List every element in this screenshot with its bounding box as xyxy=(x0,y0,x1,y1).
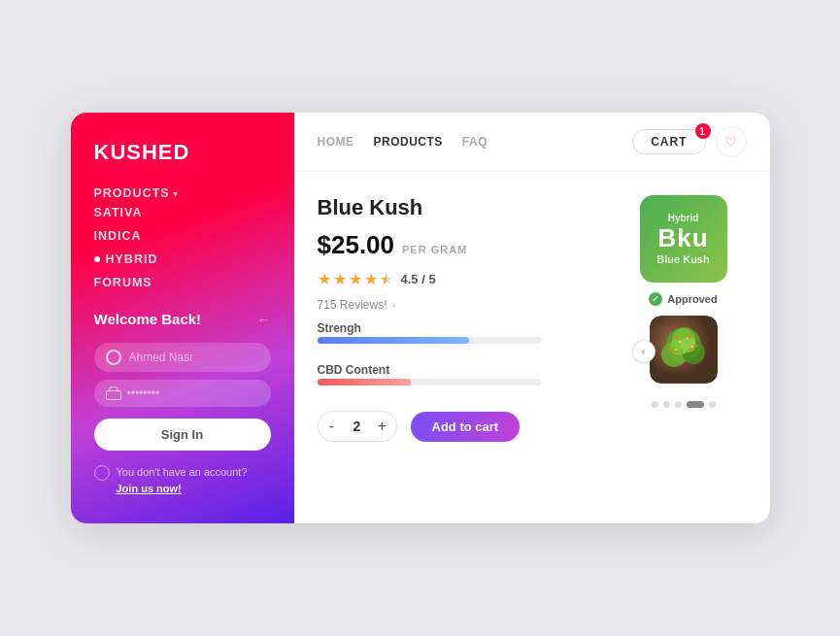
back-arrow-icon: ← xyxy=(257,312,271,327)
product-image xyxy=(650,316,718,384)
lock-icon xyxy=(106,386,119,400)
nav-faq[interactable]: FAQ xyxy=(462,135,487,149)
product-tag: Hybrid Bku Blue Kush xyxy=(640,195,727,283)
product-price-unit: PER GRAM xyxy=(402,244,467,255)
sidebar-item-products[interactable]: PRODUCTS ▾ xyxy=(94,186,271,200)
cbd-fill xyxy=(318,379,412,385)
nav-products[interactable]: PRODUCTS xyxy=(374,135,443,149)
stars: ★ ★ ★ ★ ★★ xyxy=(318,270,393,288)
signup-text: You don't have an account? Join us now! xyxy=(117,464,248,496)
qty-increase-button[interactable]: + xyxy=(369,412,396,441)
pagination-dots xyxy=(652,401,716,408)
dot-4[interactable] xyxy=(687,401,704,408)
main-content: HOME PRODUCTS FAQ CART 1 ♡ Blue Kush $25… xyxy=(294,113,770,523)
cart-button[interactable]: CART 1 xyxy=(632,129,705,154)
svg-point-13 xyxy=(690,346,692,348)
sidebar-item-sativa[interactable]: SATIVA xyxy=(94,202,271,223)
cbd-bar xyxy=(318,379,541,385)
rating-row: ★ ★ ★ ★ ★★ 4.5 / 5 xyxy=(318,270,621,288)
star-2: ★ xyxy=(333,270,347,288)
cbd-section: CBD Content xyxy=(318,363,621,395)
product-image-side: Hybrid Bku Blue Kush ✓ Approved ‹ xyxy=(621,195,747,504)
dot-5[interactable] xyxy=(709,401,716,408)
username-input[interactable] xyxy=(129,351,259,364)
tag-abbr: Bku xyxy=(657,223,708,253)
approved-label: Approved xyxy=(667,293,717,305)
svg-point-15 xyxy=(684,351,686,353)
svg-point-12 xyxy=(686,338,688,340)
star-3: ★ xyxy=(349,270,362,288)
sidebar-item-indica[interactable]: INDICA xyxy=(94,225,271,247)
quantity-control: - 2 + xyxy=(318,411,397,442)
approved-badge: ✓ Approved xyxy=(649,292,717,306)
product-info: Blue Kush $25.00 PER GRAM ★ ★ ★ ★ ★★ xyxy=(318,195,621,504)
product-area: Blue Kush $25.00 PER GRAM ★ ★ ★ ★ ★★ xyxy=(294,172,770,523)
main-header: HOME PRODUCTS FAQ CART 1 ♡ xyxy=(294,113,770,172)
cart-section: CART 1 ♡ xyxy=(632,126,746,157)
signup-icon xyxy=(94,465,110,481)
star-5: ★★ xyxy=(380,270,393,288)
reviews-count: 715 Reviews! xyxy=(318,298,387,312)
add-to-cart-button[interactable]: Add to cart xyxy=(411,412,521,442)
qty-cart-row: - 2 + Add to cart xyxy=(318,411,621,442)
star-1: ★ xyxy=(318,270,331,288)
tag-name: Blue Kush xyxy=(656,253,709,265)
user-icon xyxy=(106,350,121,365)
strength-fill xyxy=(318,337,469,344)
chevron-down-icon: ▾ xyxy=(173,188,178,199)
dot-3[interactable] xyxy=(675,401,682,408)
product-name: Blue Kush xyxy=(318,195,621,220)
qty-decrease-button[interactable]: - xyxy=(319,412,346,441)
product-price: $25.00 xyxy=(318,230,395,260)
password-input-wrapper xyxy=(94,380,271,407)
wishlist-button[interactable]: ♡ xyxy=(716,126,747,157)
tag-type: Hybrid xyxy=(668,213,699,223)
cbd-label: CBD Content xyxy=(318,363,621,377)
signin-button[interactable]: Sign In xyxy=(94,418,271,451)
dot-1[interactable] xyxy=(652,401,658,408)
strength-bar xyxy=(318,337,541,344)
strength-section: Strengh xyxy=(318,321,621,353)
reviews-row: 715 Reviews! › xyxy=(318,298,621,312)
product-thumbnail-wrapper: ‹ xyxy=(650,316,718,387)
svg-point-11 xyxy=(678,341,681,344)
chevron-left-icon: ‹ xyxy=(642,345,646,358)
reviews-expand-icon[interactable]: › xyxy=(392,299,396,311)
sidebar-item-hybrid[interactable]: HYBRID xyxy=(94,249,271,270)
star-4: ★ xyxy=(364,270,378,288)
heart-icon: ♡ xyxy=(724,134,737,150)
dot-2[interactable] xyxy=(663,401,670,408)
signup-section: You don't have an account? Join us now! xyxy=(94,464,271,496)
nav-home[interactable]: HOME xyxy=(318,135,354,149)
welcome-title: Welcome Back! xyxy=(94,311,202,327)
sidebar-nav: PRODUCTS ▾ SATIVA INDICA HYBRID FORUMS xyxy=(94,186,271,293)
welcome-header: Welcome Back! ← xyxy=(94,311,271,327)
strength-label: Strengh xyxy=(318,321,621,335)
sidebar: KUSHED PRODUCTS ▾ SATIVA INDICA HYBRID F… xyxy=(71,113,294,523)
approved-icon: ✓ xyxy=(649,292,662,306)
logo: KUSHED xyxy=(94,140,271,165)
active-dot xyxy=(94,256,100,262)
prev-image-button[interactable]: ‹ xyxy=(632,340,655,363)
rating-score: 4.5 / 5 xyxy=(401,272,436,286)
password-input[interactable] xyxy=(127,386,259,400)
qty-value: 2 xyxy=(346,418,369,434)
product-price-row: $25.00 PER GRAM xyxy=(318,230,621,260)
login-form xyxy=(94,343,271,407)
username-input-wrapper xyxy=(94,343,271,372)
signup-link[interactable]: Join us now! xyxy=(117,483,182,494)
sidebar-item-forums[interactable]: FORUMS xyxy=(94,272,271,293)
svg-point-14 xyxy=(675,349,677,351)
cart-badge: 1 xyxy=(695,123,711,139)
